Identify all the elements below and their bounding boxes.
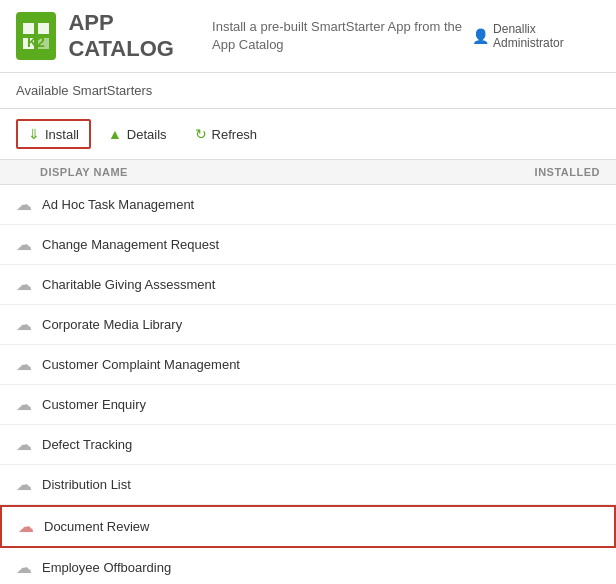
- item-name: Change Management Request: [42, 237, 219, 252]
- available-smartstarters-label: Available SmartStarters: [16, 83, 152, 98]
- cloud-icon: ☁: [16, 355, 32, 374]
- item-name: Customer Complaint Management: [42, 357, 240, 372]
- item-name: Charitable Giving Assessment: [42, 277, 215, 292]
- k2-logo-svg: K2: [21, 21, 51, 51]
- list-item[interactable]: ☁Customer Enquiry: [0, 385, 616, 425]
- item-name: Customer Enquiry: [42, 397, 146, 412]
- col-installed: INSTALLED: [535, 166, 600, 178]
- cloud-icon: ☁: [16, 275, 32, 294]
- item-name: Corporate Media Library: [42, 317, 182, 332]
- table-container: DISPLAY NAME INSTALLED ☁Ad Hoc Task Mana…: [0, 160, 616, 584]
- refresh-label: Refresh: [212, 127, 258, 142]
- install-button[interactable]: ⇓ Install: [16, 119, 91, 149]
- list-item[interactable]: ☁Distribution List: [0, 465, 616, 505]
- cloud-icon: ☁: [18, 517, 34, 536]
- install-label: Install: [45, 127, 79, 142]
- cloud-icon: ☁: [16, 475, 32, 494]
- header: K2 APP CATALOG Install a pre-built Smart…: [0, 0, 616, 73]
- cloud-icon: ☁: [16, 315, 32, 334]
- item-name: Ad Hoc Task Management: [42, 197, 194, 212]
- table-header: DISPLAY NAME INSTALLED: [0, 160, 616, 185]
- list-item[interactable]: ☁Customer Complaint Management: [0, 345, 616, 385]
- svg-rect-1: [38, 23, 49, 34]
- col-display-name: DISPLAY NAME: [40, 166, 535, 178]
- list-item[interactable]: ☁Defect Tracking: [0, 425, 616, 465]
- details-icon: ▲: [108, 126, 122, 142]
- item-name: Defect Tracking: [42, 437, 132, 452]
- k2-logo-text: K2: [21, 21, 51, 51]
- toolbar: ⇓ Install ▲ Details ↻ Refresh: [0, 109, 616, 160]
- item-name: Document Review: [44, 519, 150, 534]
- cloud-icon: ☁: [16, 395, 32, 414]
- list-item[interactable]: ☁Change Management Request: [0, 225, 616, 265]
- install-icon: ⇓: [28, 126, 40, 142]
- refresh-icon: ↻: [195, 126, 207, 142]
- list-item[interactable]: ☁Ad Hoc Task Management: [0, 185, 616, 225]
- user-name: Denallix Administrator: [493, 22, 600, 50]
- app-catalog-title: APP CATALOG: [68, 10, 200, 62]
- item-name: Employee Offboarding: [42, 560, 171, 575]
- svg-rect-0: [23, 23, 34, 34]
- list-item[interactable]: ☁Corporate Media Library: [0, 305, 616, 345]
- cloud-icon: ☁: [16, 435, 32, 454]
- cloud-icon: ☁: [16, 195, 32, 214]
- header-user: 👤 Denallix Administrator: [472, 22, 600, 50]
- header-description: Install a pre-built SmartStarter App fro…: [212, 18, 472, 54]
- list-item[interactable]: ☁Document Review: [0, 505, 616, 548]
- refresh-button[interactable]: ↻ Refresh: [184, 120, 269, 148]
- list-container: ☁Ad Hoc Task Management☁Change Managemen…: [0, 185, 616, 584]
- svg-text:K2: K2: [27, 34, 45, 50]
- list-item[interactable]: ☁Employee Offboarding: [0, 548, 616, 584]
- details-label: Details: [127, 127, 167, 142]
- subheader: Available SmartStarters: [0, 73, 616, 109]
- cloud-icon: ☁: [16, 235, 32, 254]
- header-left: K2 APP CATALOG Install a pre-built Smart…: [16, 10, 472, 62]
- cloud-icon: ☁: [16, 558, 32, 577]
- k2-logo: K2: [16, 12, 56, 60]
- user-icon: 👤: [472, 28, 489, 44]
- details-button[interactable]: ▲ Details: [97, 120, 178, 148]
- list-item[interactable]: ☁Charitable Giving Assessment: [0, 265, 616, 305]
- item-name: Distribution List: [42, 477, 131, 492]
